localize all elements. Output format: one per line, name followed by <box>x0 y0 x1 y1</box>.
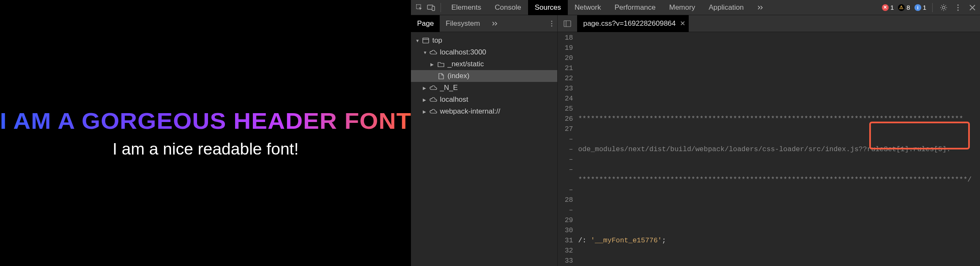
tree-webpack-internal[interactable]: ▶ webpack-internal:// <box>411 106 557 117</box>
tree-localhost[interactable]: ▶ localhost <box>411 94 557 106</box>
info-icon: i <box>914 4 921 11</box>
tab-elements[interactable]: Elements <box>444 0 488 15</box>
tree-host[interactable]: ▼ localhost:3000 <box>411 46 557 58</box>
tree-n-e[interactable]: ▶ _N_E <box>411 82 557 94</box>
page-header-text: I AM A GORGEOUS HEADER FONT <box>0 108 411 134</box>
devtools-panel: Elements Console Sources Network Perform… <box>411 0 980 266</box>
tab-network[interactable]: Network <box>568 0 608 15</box>
chevron-right-icon: ▶ <box>430 62 435 67</box>
more-menu-icon[interactable] <box>953 3 963 13</box>
settings-gear-icon[interactable] <box>939 3 949 13</box>
tree-label: (index) <box>447 72 469 80</box>
file-icon <box>437 72 445 80</box>
code-area[interactable]: 18 19 20 21 22 23 24 25 26 27 – – – – – <box>558 32 980 266</box>
tab-overflow-icon[interactable] <box>750 0 772 15</box>
tree-next-static[interactable]: ▶ _next/static <box>411 58 557 70</box>
sidebar-tabs: Page Filesystem <box>411 15 557 32</box>
subtab-filesystem[interactable]: Filesystem <box>440 15 486 32</box>
tab-application[interactable]: Application <box>702 0 750 15</box>
code-lines: ****************************************… <box>576 32 980 266</box>
svg-point-5 <box>957 7 958 8</box>
error-count-badge[interactable]: ✕ 1 <box>882 4 894 11</box>
toggle-device-icon[interactable] <box>425 2 437 14</box>
tree-top[interactable]: ▼ top <box>411 35 557 46</box>
chevron-down-icon: ▼ <box>423 50 427 55</box>
info-count-badge[interactable]: i 1 <box>914 4 926 11</box>
devtools-status-area: ✕ 1 ⚠ 8 i 1 <box>882 3 977 13</box>
error-count: 1 <box>890 4 894 11</box>
tab-performance[interactable]: Performance <box>608 0 662 15</box>
tree-index-file[interactable]: (index) <box>411 70 557 82</box>
cloud-icon <box>430 84 437 92</box>
info-count: 1 <box>923 4 926 11</box>
window-icon <box>422 37 430 44</box>
svg-point-3 <box>942 6 945 9</box>
page-body-text: I am a nice readable font! <box>112 140 298 158</box>
inspect-element-icon[interactable] <box>413 2 425 14</box>
divider <box>932 3 933 12</box>
svg-point-6 <box>957 9 958 11</box>
warning-count: 8 <box>906 4 910 11</box>
tree-label: _N_E <box>440 84 458 92</box>
folder-icon <box>437 60 445 68</box>
chevron-down-icon: ▼ <box>415 38 419 43</box>
svg-point-9 <box>551 25 553 27</box>
warning-icon: ⚠ <box>898 4 905 11</box>
tab-sources[interactable]: Sources <box>528 0 568 15</box>
tree-label: top <box>432 36 442 45</box>
file-tab-pagecss[interactable]: page.css?v=1692282609864 ✕ <box>577 15 689 32</box>
svg-rect-12 <box>564 21 571 27</box>
tree-label: localhost:3000 <box>440 48 486 57</box>
subtab-overflow-icon[interactable] <box>486 15 505 32</box>
close-devtools-icon[interactable] <box>967 3 977 13</box>
sidebar-more-icon[interactable] <box>546 20 557 27</box>
code-editor: page.css?v=1692282609864 ✕ 18 19 20 21 2… <box>558 15 980 266</box>
editor-tabs: page.css?v=1692282609864 ✕ <box>558 15 980 32</box>
divider <box>441 3 441 12</box>
cloud-icon <box>430 49 437 56</box>
file-tree: ▼ top ▼ localhost:3000 ▶ _next/static <box>411 32 557 120</box>
devtools-top-tabs: Elements Console Sources Network Perform… <box>411 0 980 15</box>
tab-console[interactable]: Console <box>488 0 528 15</box>
svg-point-8 <box>551 23 553 24</box>
svg-point-7 <box>551 21 553 22</box>
tree-label: webpack-internal:// <box>440 107 500 116</box>
svg-rect-2 <box>432 6 435 11</box>
tab-memory[interactable]: Memory <box>662 0 702 15</box>
sources-sidebar: Page Filesystem ▼ top ▼ localho <box>411 15 558 266</box>
chevron-right-icon: ▶ <box>423 109 427 114</box>
chevron-right-icon: ▶ <box>423 98 427 102</box>
warning-count-badge[interactable]: ⚠ 8 <box>898 4 910 11</box>
subtab-page[interactable]: Page <box>411 15 440 32</box>
file-tab-label: page.css?v=1692282609864 <box>583 19 676 28</box>
svg-rect-10 <box>423 38 429 43</box>
toggle-navigator-icon[interactable] <box>560 20 575 27</box>
cloud-icon <box>430 108 437 115</box>
error-icon: ✕ <box>882 4 889 11</box>
tree-label: _next/static <box>447 60 484 68</box>
line-gutter: 18 19 20 21 22 23 24 25 26 27 – – – – – <box>558 32 576 266</box>
svg-point-4 <box>957 4 958 5</box>
close-icon[interactable]: ✕ <box>680 19 685 27</box>
chevron-right-icon: ▶ <box>423 86 427 90</box>
tree-label: localhost <box>440 95 468 104</box>
rendered-page-preview: I AM A GORGEOUS HEADER FONT I am a nice … <box>0 0 411 266</box>
cloud-icon <box>430 96 437 103</box>
